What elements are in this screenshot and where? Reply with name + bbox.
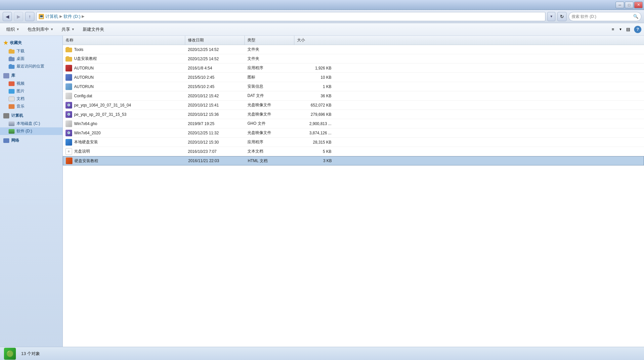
table-row[interactable]: 硬盘安装教程 2016/11/21 22:03 HTML 文档 3 KB	[63, 156, 644, 165]
iso-icon: 💿	[65, 111, 72, 118]
file-type-cell: GHO 文件	[245, 121, 294, 126]
breadcrumb-computer-label: 计算机	[45, 14, 58, 20]
sidebar-item-video[interactable]: 视频	[0, 80, 63, 87]
table-row[interactable]: Win7x64.gho 2019/9/7 19:25 GHO 文件 2,900,…	[63, 119, 644, 128]
file-size-cell: 1 KB	[294, 84, 334, 89]
close-button[interactable]: ✕	[634, 2, 643, 8]
sidebar-item-picture[interactable]: 图片	[0, 87, 63, 95]
table-row[interactable]: 💿 Win7x64_2020 2020/12/25 11:32 光盘映像文件 3…	[63, 128, 644, 138]
local-install-icon	[65, 139, 72, 146]
sidebar-item-document[interactable]: 文档	[0, 95, 63, 103]
title-bar: ─ □ ✕	[0, 0, 644, 10]
table-row[interactable]: 💿 pe_yqs_xp_20_07_31_15_53 2020/10/12 15…	[63, 110, 644, 119]
sidebar-item-download[interactable]: 下载	[0, 47, 63, 55]
new-folder-label: 新建文件夹	[83, 26, 104, 32]
file-type-cell: 应用程序	[245, 139, 294, 145]
file-name-cell: U盘安装教程	[63, 56, 185, 62]
table-row[interactable]: 💿 pe_yqs_1064_20_07_31_16_04 2020/10/12 …	[63, 101, 644, 110]
sidebar-section-favorites: ★ 收藏夹 下载 桌面 最近访问的位置	[0, 38, 63, 70]
table-row[interactable]: Config.dat 2020/10/12 15:42 DAT 文件 36 KB	[63, 91, 644, 101]
network-label: 网络	[11, 138, 19, 143]
breadcrumb-drive-label: 软件 (D:)	[64, 14, 80, 20]
col-header-modified[interactable]: 修改日期	[185, 36, 245, 45]
col-header-type[interactable]: 类型	[245, 36, 294, 45]
table-row[interactable]: U盘安装教程 2020/12/25 14:52 文件夹	[63, 54, 644, 64]
desktop-folder-icon	[9, 57, 15, 61]
sidebar-computer-header[interactable]: 计算机	[0, 112, 63, 120]
file-modified-cell: 2016/10/23 7:07	[185, 149, 245, 154]
column-headers: 名称 修改日期 类型 大小	[63, 36, 644, 45]
file-name: Win7x64_2020	[74, 131, 101, 135]
organize-label: 组织	[6, 26, 15, 32]
details-view-button[interactable]: ▤	[623, 25, 633, 34]
breadcrumb-computer[interactable]: 💻 计算机	[39, 14, 58, 20]
search-input[interactable]	[572, 14, 632, 19]
file-name: 本地硬盘安装	[74, 139, 98, 145]
file-name: 硬盘安装教程	[74, 158, 98, 164]
add-to-library-label: 包含到库中	[27, 26, 49, 32]
search-box: 🔍	[569, 12, 641, 21]
favorites-label: 收藏夹	[10, 40, 22, 46]
file-modified-cell: 2015/5/10 2:45	[185, 75, 245, 80]
address-bar: ◀ ▶ ↑ 💻 计算机 ▶ 软件 (D:) ▶ ▼ ↻ 🔍	[0, 10, 644, 23]
view-dropdown-arrow[interactable]: ▼	[619, 27, 622, 31]
file-name-cell: Tools	[63, 47, 185, 52]
sidebar-item-drive-c[interactable]: 本地磁盘 (C:)	[0, 120, 63, 127]
col-header-size[interactable]: 大小	[294, 36, 334, 45]
gho-icon	[65, 120, 72, 127]
share-button[interactable]: 共享 ▼	[58, 24, 78, 34]
table-row[interactable]: AUTORUN 2016/1/8 4:54 应用程序 1,926 KB	[63, 64, 644, 73]
favorites-star-icon: ★	[3, 40, 8, 46]
download-folder-icon	[9, 49, 15, 54]
sidebar-item-recent[interactable]: 最近访问的位置	[0, 63, 63, 70]
organize-arrow: ▼	[16, 27, 20, 31]
table-row[interactable]: AUTORUN 2015/5/10 2:45 图标 10 KB	[63, 73, 644, 82]
file-rows: Tools 2020/12/25 14:52 文件夹 U盘安装教程 2020/1…	[63, 45, 644, 165]
file-name: Tools	[74, 47, 83, 52]
file-name-cell: AUTORUN	[63, 74, 185, 81]
sidebar-favorites-header[interactable]: ★ 收藏夹	[0, 38, 63, 47]
back-button[interactable]: ◀	[3, 12, 12, 21]
up-button[interactable]: ↑	[25, 12, 34, 21]
file-name-cell: AUTORUN	[63, 65, 185, 71]
sidebar-library-header[interactable]: 库	[0, 71, 63, 80]
file-name-cell: 💿 Win7x64_2020	[63, 130, 185, 136]
add-to-library-button[interactable]: 包含到库中 ▼	[24, 24, 57, 34]
document-icon	[9, 97, 15, 101]
search-icon[interactable]: 🔍	[633, 14, 638, 19]
file-modified-cell: 2020/10/12 15:41	[185, 103, 245, 108]
new-folder-button[interactable]: 新建文件夹	[79, 24, 108, 34]
recent-label: 最近访问的位置	[17, 64, 44, 69]
folder-icon	[65, 47, 72, 52]
file-size-cell: 279,696 KB	[294, 112, 334, 117]
table-row[interactable]: AUTORUN 2015/5/10 2:45 安装信息 1 KB	[63, 82, 644, 91]
help-button[interactable]: ?	[634, 26, 641, 33]
network-icon	[3, 138, 9, 143]
file-name-cell: 硬盘安装教程	[63, 158, 186, 164]
folder-icon	[65, 56, 72, 62]
breadcrumb-drive[interactable]: 软件 (D:)	[64, 14, 80, 20]
organize-button[interactable]: 组织 ▼	[3, 24, 23, 34]
file-size-cell: 2,900,813 ...	[294, 121, 334, 126]
table-row[interactable]: Tools 2020/12/25 14:52 文件夹	[63, 45, 644, 54]
table-row[interactable]: 本地硬盘安装 2020/10/12 15:30 应用程序 28,315 KB	[63, 138, 644, 147]
sidebar-network-header[interactable]: 网络	[0, 136, 63, 145]
sidebar-item-desktop[interactable]: 桌面	[0, 55, 63, 63]
maximize-button[interactable]: □	[625, 2, 633, 8]
file-modified-cell: 2016/1/8 4:54	[185, 66, 245, 70]
table-row[interactable]: 光盘说明 2016/10/23 7:07 文本文档 5 KB	[63, 147, 644, 156]
view-options-button[interactable]: ≡	[608, 25, 618, 34]
refresh-button[interactable]: ↻	[557, 12, 567, 21]
forward-button[interactable]: ▶	[14, 12, 23, 21]
address-dropdown-button[interactable]: ▼	[547, 12, 555, 21]
sidebar: ★ 收藏夹 下载 桌面 最近访问的位置 库	[0, 36, 63, 347]
sidebar-item-music[interactable]: 音乐	[0, 103, 63, 110]
file-name-cell: 光盘说明	[63, 148, 185, 155]
col-header-name[interactable]: 名称	[63, 36, 185, 45]
minimize-button[interactable]: ─	[616, 2, 624, 8]
file-type-cell: 文件夹	[245, 56, 294, 62]
file-modified-cell: 2020/10/12 15:36	[185, 112, 245, 117]
sidebar-item-drive-d[interactable]: 软件 (D:)	[0, 127, 63, 135]
file-size-cell: 36 KB	[294, 94, 334, 98]
file-type-cell: 应用程序	[245, 65, 294, 71]
